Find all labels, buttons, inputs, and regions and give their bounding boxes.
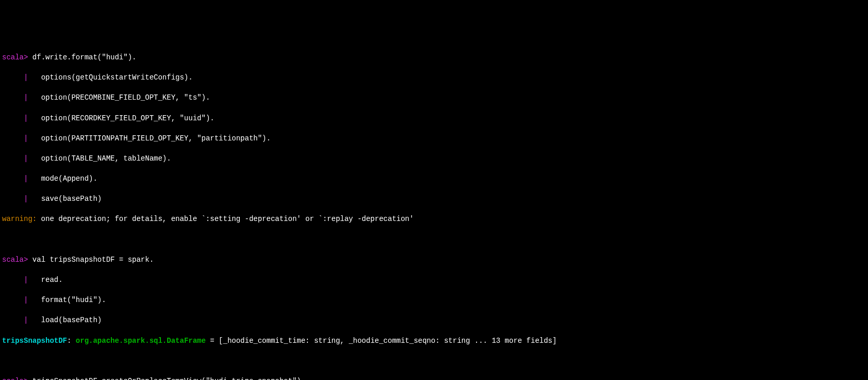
cmd-text: mode(Append). [28,175,97,183]
continuation-pipe: | [2,134,28,142]
cmd-text: df.write.format("hudi"). [28,53,136,61]
continuation-pipe: | [2,276,28,284]
scala-prompt: scala> [2,53,28,61]
cmd-text: val tripsSnapshotDF = spark. [28,256,154,264]
result-type: org.apache.spark.sql.DataFrame [76,337,206,345]
cmd-text: option(RECORDKEY_FIELD_OPT_KEY, "uuid"). [28,114,214,122]
warning-text: one deprecation; for details, enable `:s… [37,215,414,223]
result-var: tripsSnapshotDF [2,337,67,345]
cmd-text: read. [28,276,62,284]
cmd-text: tripsSnapshotDF.createOrReplaceTempView(… [28,377,301,380]
result-colon: : [67,337,76,345]
cmd-text: option(PARTITIONPATH_FIELD_OPT_KEY, "par… [28,134,270,142]
cmd-text: option(PRECOMBINE_FIELD_OPT_KEY, "ts"). [28,93,210,102]
continuation-pipe: | [2,154,28,163]
continuation-pipe: | [2,296,28,304]
continuation-pipe: | [2,93,28,102]
continuation-pipe: | [2,175,28,183]
continuation-pipe: | [2,195,28,203]
terminal-output[interactable]: scala> df.write.format("hudi"). | option… [2,42,866,380]
scala-prompt: scala> [2,256,28,264]
scala-prompt: scala> [2,377,28,380]
warning-label: warning: [2,215,37,223]
result-rest: = [_hoodie_commit_time: string, _hoodie_… [206,337,557,345]
continuation-pipe: | [2,316,28,324]
continuation-pipe: | [2,73,28,82]
cmd-text: load(basePath) [28,316,102,324]
continuation-pipe: | [2,114,28,122]
cmd-text: save(basePath) [28,195,102,203]
cmd-text: option(TABLE_NAME, tableName). [28,154,171,163]
cmd-text: format("hudi"). [28,296,106,304]
cmd-text: options(getQuickstartWriteConfigs). [28,73,192,82]
